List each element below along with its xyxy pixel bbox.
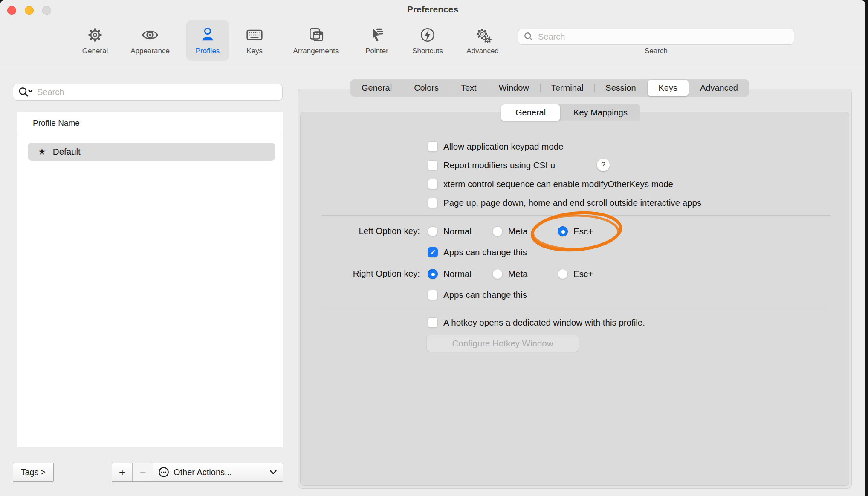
lightning-icon xyxy=(419,24,437,46)
label-csi-u: Report modifiers using CSI u xyxy=(443,160,555,171)
label-left-option-meta: Meta xyxy=(508,226,528,237)
help-button[interactable]: ? xyxy=(597,159,610,171)
tab-window[interactable]: Window xyxy=(488,79,540,97)
profile-name: Default xyxy=(53,147,81,157)
toolbar-label-general: General xyxy=(82,47,108,55)
tags-button-label: Tags > xyxy=(21,467,46,477)
tab-keys[interactable]: Keys xyxy=(648,80,689,96)
cursor-icon xyxy=(368,24,386,46)
label-left-option-esc: Esc+ xyxy=(573,226,593,237)
toolbar-search-input[interactable] xyxy=(538,32,785,42)
star-icon: ★ xyxy=(38,147,46,157)
label-right-apps-can-change: Apps can change this xyxy=(443,289,527,300)
tab-advanced[interactable]: Advanced xyxy=(689,79,749,97)
remove-profile-button[interactable]: − xyxy=(133,463,153,481)
search-filter-icon xyxy=(17,87,35,98)
keys-general-panel xyxy=(300,112,849,486)
label-keypad-mode: Allow application keypad mode xyxy=(443,141,563,152)
keys-subtab-bar: General Key Mappings xyxy=(501,104,640,121)
add-remove-group: + − xyxy=(112,463,153,482)
toolbar-item-advanced[interactable]: Advanced xyxy=(459,20,506,61)
toolbar-item-arrangements[interactable]: Arrangements xyxy=(286,20,346,61)
ellipsis-circle-icon xyxy=(158,467,169,478)
search-icon xyxy=(524,32,534,42)
person-icon xyxy=(199,24,217,46)
screen: Preferences General Appearance xyxy=(0,0,868,496)
tab-terminal[interactable]: Terminal xyxy=(540,79,595,97)
keyboard-icon xyxy=(245,24,264,46)
gears-icon xyxy=(473,24,492,46)
right-option-key-label: Right Option key: xyxy=(273,268,420,279)
checkbox-scroll-outside-apps[interactable] xyxy=(428,198,438,208)
subtab-key-mappings[interactable]: Key Mappings xyxy=(561,104,640,121)
toolbar-label-pointer: Pointer xyxy=(365,47,388,55)
profile-tab-bar: General Colors Text Window Terminal Sess… xyxy=(350,79,749,97)
radio-right-option-meta[interactable] xyxy=(492,269,503,279)
toolbar-label-appearance: Appearance xyxy=(130,47,170,55)
tab-text[interactable]: Text xyxy=(450,79,488,97)
toolbar-item-general[interactable]: General xyxy=(75,20,115,61)
label-scroll-outside-apps: Page up, page down, home and end scroll … xyxy=(443,197,701,208)
checkbox-right-apps-can-change[interactable] xyxy=(428,290,438,300)
radio-left-option-esc[interactable] xyxy=(558,226,568,236)
left-option-key-label: Left Option key: xyxy=(273,226,420,236)
label-left-apps-can-change: Apps can change this xyxy=(443,247,527,258)
radio-left-option-normal[interactable] xyxy=(428,226,438,236)
tab-session[interactable]: Session xyxy=(594,79,647,97)
toolbar-search-field[interactable] xyxy=(518,29,794,45)
tab-colors[interactable]: Colors xyxy=(403,79,450,97)
toolbar-label-shortcuts: Shortcuts xyxy=(412,47,443,55)
toolbar-separator xyxy=(0,65,865,65)
configure-hotkey-window-label: Configure Hotkey Window xyxy=(452,338,553,349)
gear-icon xyxy=(86,24,104,46)
tab-general[interactable]: General xyxy=(350,79,403,97)
chevron-down-icon xyxy=(270,470,277,475)
section-divider xyxy=(322,215,830,216)
label-hotkey-window: A hotkey opens a dedicated window with t… xyxy=(443,317,645,328)
label-modify-other-keys: xterm control sequence can enable modify… xyxy=(443,179,673,190)
toolbar-search-label: Search xyxy=(518,47,794,55)
windows-stack-icon xyxy=(307,24,325,46)
toolbar-item-shortcuts[interactable]: Shortcuts xyxy=(404,20,451,61)
profile-list-header: Profile Name xyxy=(17,112,283,133)
profile-search-input[interactable] xyxy=(37,87,272,97)
checkbox-csi-u[interactable] xyxy=(428,160,438,170)
profile-list: Profile Name ★ Default xyxy=(17,112,283,447)
profile-row-default[interactable]: ★ Default xyxy=(28,143,275,161)
window-title: Preferences xyxy=(0,4,865,14)
add-profile-button[interactable]: + xyxy=(112,463,133,481)
toolbar-item-keys[interactable]: Keys xyxy=(240,20,269,61)
tags-button[interactable]: Tags > xyxy=(13,463,54,482)
help-button-label: ? xyxy=(601,161,605,170)
label-right-option-esc: Esc+ xyxy=(573,268,593,280)
section-divider xyxy=(322,308,830,308)
preferences-window: Preferences General Appearance xyxy=(0,0,865,496)
toolbar-item-appearance[interactable]: Appearance xyxy=(124,20,176,61)
eye-icon xyxy=(141,24,159,46)
toolbar-item-pointer[interactable]: Pointer xyxy=(358,20,396,61)
checkbox-modify-other-keys[interactable] xyxy=(428,179,438,189)
toolbar-label-profiles: Profiles xyxy=(196,47,220,55)
radio-left-option-meta[interactable] xyxy=(492,226,503,236)
radio-right-option-normal[interactable] xyxy=(428,269,438,279)
toolbar-label-advanced: Advanced xyxy=(466,47,499,55)
radio-right-option-esc[interactable] xyxy=(558,269,568,279)
toolbar-label-arrangements: Arrangements xyxy=(293,47,339,55)
label-left-option-normal: Normal xyxy=(443,226,472,237)
toolbar-item-profiles[interactable]: Profiles xyxy=(186,20,229,61)
other-actions-dropdown[interactable]: Other Actions... xyxy=(153,463,283,482)
toolbar-label-keys: Keys xyxy=(246,47,263,55)
checkbox-keypad-mode[interactable] xyxy=(428,141,438,152)
configure-hotkey-window-button[interactable]: Configure Hotkey Window xyxy=(426,335,579,352)
label-right-option-normal: Normal xyxy=(443,268,472,280)
checkbox-left-apps-can-change[interactable]: ✓ xyxy=(428,247,438,257)
check-icon: ✓ xyxy=(430,248,436,257)
subtab-general[interactable]: General xyxy=(501,104,560,121)
checkbox-hotkey-window[interactable] xyxy=(428,317,438,328)
label-right-option-meta: Meta xyxy=(508,268,528,280)
profile-search-field[interactable] xyxy=(13,84,283,101)
other-actions-label: Other Actions... xyxy=(174,467,232,477)
